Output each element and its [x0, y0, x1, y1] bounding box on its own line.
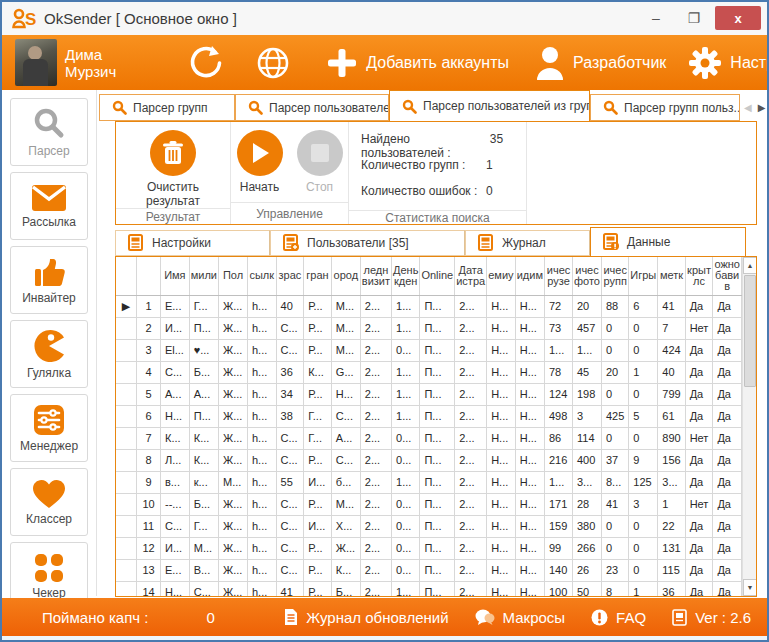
table-cell[interactable]: Ж... — [219, 427, 248, 449]
table-cell[interactable]: Да — [685, 361, 713, 383]
table-cell[interactable]: Да — [685, 471, 713, 493]
table-cell[interactable]: 2 — [137, 317, 161, 339]
table-row[interactable]: 10--...Б...Ж...h...С...Р...М...2...0...П… — [116, 493, 742, 515]
sidebar-item-2[interactable]: Рассылка — [10, 172, 88, 240]
table-cell[interactable]: П... — [420, 581, 455, 596]
table-cell[interactable]: П... — [420, 537, 455, 559]
start-button[interactable]: Начать — [237, 128, 283, 194]
table-cell[interactable]: К... — [160, 427, 189, 449]
table-cell[interactable]: 400 — [573, 449, 602, 471]
table-cell[interactable]: В... — [189, 559, 218, 581]
table-cell[interactable]: 55 — [276, 471, 304, 493]
table-cell[interactable]: 7 — [137, 427, 161, 449]
table-cell[interactable]: 0 — [629, 317, 658, 339]
table-cell[interactable]: Б... — [189, 361, 218, 383]
table-cell[interactable]: Да — [685, 537, 713, 559]
table-cell[interactable]: Н... — [487, 537, 516, 559]
table-cell[interactable]: Б... — [189, 493, 218, 515]
table-cell[interactable]: 61 — [658, 405, 685, 427]
table-cell[interactable]: А... — [160, 383, 189, 405]
table-cell[interactable]: Ж... — [219, 537, 248, 559]
column-header-10[interactable]: День кден — [392, 257, 420, 295]
table-cell[interactable]: Н... — [487, 339, 516, 361]
table-cell[interactable]: Н... — [487, 427, 516, 449]
table-cell[interactable]: 156 — [658, 449, 685, 471]
table-cell[interactable]: П... — [420, 427, 455, 449]
table-cell[interactable]: 131 — [658, 537, 685, 559]
table-cell[interactable]: Н... — [487, 405, 516, 427]
table-cell[interactable]: h... — [247, 361, 276, 383]
table-cell[interactable]: Н... — [487, 295, 516, 317]
table-cell[interactable]: П... — [420, 383, 455, 405]
table-cell[interactable]: 8... — [601, 471, 628, 493]
table-cell[interactable]: 50 — [573, 581, 602, 596]
table-cell[interactable]: 23 — [601, 559, 628, 581]
scrollbar-thumb[interactable] — [744, 275, 756, 387]
table-cell[interactable]: 0... — [392, 339, 420, 361]
table-cell[interactable]: 3... — [658, 471, 685, 493]
table-cell[interactable]: 0 — [629, 383, 658, 405]
table-cell[interactable]: 115 — [658, 559, 685, 581]
table-cell[interactable]: 2... — [360, 383, 391, 405]
table-cell[interactable]: С... — [189, 581, 218, 596]
column-header-11[interactable]: Online — [420, 257, 455, 295]
table-cell[interactable]: 2... — [360, 471, 391, 493]
maximize-button[interactable]: ❐ — [677, 6, 711, 30]
table-cell[interactable]: 1... — [392, 295, 420, 317]
table-cell[interactable]: С... — [276, 339, 304, 361]
table-cell[interactable]: h... — [247, 295, 276, 317]
table-cell[interactable]: 1... — [392, 317, 420, 339]
table-cell[interactable]: Н... — [515, 361, 544, 383]
table-cell[interactable]: И... — [160, 317, 189, 339]
table-cell[interactable]: 498 — [545, 405, 573, 427]
table-cell[interactable]: 26 — [573, 559, 602, 581]
table-cell[interactable]: Н... — [487, 581, 516, 596]
table-cell[interactable]: h... — [247, 559, 276, 581]
table-row[interactable]: 3El...♥...Ж...h...С...Р...М...2...0...П.… — [116, 339, 742, 361]
table-cell[interactable]: 10 — [137, 493, 161, 515]
table-cell[interactable]: 86 — [545, 427, 573, 449]
subtab-3[interactable]: Журнал — [465, 230, 590, 256]
table-cell[interactable]: Да — [713, 493, 742, 515]
table-cell[interactable]: h... — [247, 449, 276, 471]
table-cell[interactable]: 2... — [455, 295, 487, 317]
table-cell[interactable]: 1... — [392, 405, 420, 427]
table-cell[interactable]: Н... — [515, 493, 544, 515]
table-row[interactable]: 11С...Г...Ж...h...С...И...Х...2...0...П.… — [116, 515, 742, 537]
table-cell[interactable]: 0... — [392, 559, 420, 581]
close-button[interactable]: x — [715, 6, 761, 30]
table-cell[interactable]: Да — [685, 559, 713, 581]
tab-scroll-left-icon[interactable]: ◀ — [744, 102, 752, 113]
table-cell[interactable]: 2... — [360, 493, 391, 515]
column-header-13[interactable]: емиу — [487, 257, 516, 295]
table-cell[interactable]: Х... — [331, 515, 360, 537]
table-cell[interactable]: 1... — [392, 471, 420, 493]
table-cell[interactable]: Да — [713, 383, 742, 405]
table-cell[interactable]: G... — [331, 361, 360, 383]
table-cell[interactable]: Да — [713, 449, 742, 471]
scroll-up-button[interactable]: ▲ — [743, 257, 757, 274]
table-cell[interactable]: 28 — [573, 493, 602, 515]
table-cell[interactable]: h... — [247, 471, 276, 493]
table-cell[interactable]: 2... — [360, 449, 391, 471]
table-cell[interactable]: 34 — [276, 383, 304, 405]
table-cell[interactable]: 0... — [392, 427, 420, 449]
developer-button[interactable]: Разработчик — [535, 46, 666, 80]
table-cell[interactable]: 425 — [601, 405, 628, 427]
table-cell[interactable]: Б... — [331, 581, 360, 596]
macros-link[interactable]: Макросы — [475, 609, 566, 626]
table-cell[interactable]: Р... — [304, 383, 332, 405]
table-cell[interactable]: Да — [713, 317, 742, 339]
table-cell[interactable]: 2... — [360, 515, 391, 537]
table-cell[interactable]: И... — [304, 515, 332, 537]
table-row[interactable]: 14Н...С...Ж...h...41Р...Б...2...1...П...… — [116, 581, 742, 596]
table-cell[interactable]: h... — [247, 339, 276, 361]
table-cell[interactable]: Р... — [304, 581, 332, 596]
table-row[interactable]: 12И...М...Ж...h...С...Р...Ж...2...0...П.… — [116, 537, 742, 559]
table-cell[interactable]: 38 — [276, 405, 304, 427]
subtab-2[interactable]: Пользователи [35] — [270, 230, 465, 256]
table-cell[interactable]: 14 — [137, 581, 161, 596]
table-cell[interactable]: 2... — [360, 361, 391, 383]
table-cell[interactable]: 159 — [545, 515, 573, 537]
table-cell[interactable]: 36 — [658, 581, 685, 596]
